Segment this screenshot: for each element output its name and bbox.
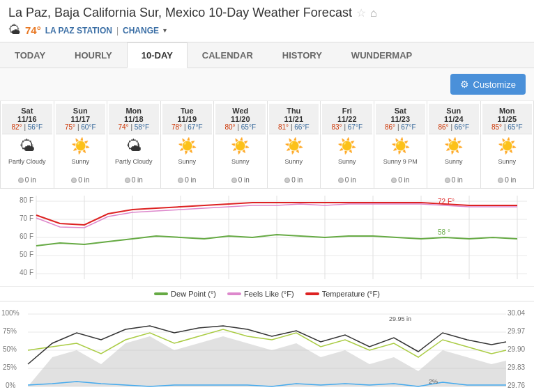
title-text: La Paz, Baja California Sur, Mexico 10-D… xyxy=(8,6,352,20)
day-name-2: Mon xyxy=(110,107,158,115)
tab-hourly[interactable]: HOURLY xyxy=(60,42,127,68)
day-name-8: Sun xyxy=(430,107,478,115)
day-header-4: Wed 11/20 80° | 65°F xyxy=(215,104,266,134)
day-condition-3: Sunny xyxy=(162,158,213,175)
day-temps-4: 80° | 65°F xyxy=(217,123,264,131)
day-precip-3: 0 in xyxy=(162,175,213,185)
day-icon-0: 🌤 xyxy=(2,134,52,158)
page-title: La Paz, Baja California Sur, Mexico 10-D… xyxy=(8,6,526,20)
day-precip-1: 0 in xyxy=(56,175,106,185)
tab-calendar[interactable]: CALENDAR xyxy=(188,42,268,68)
svg-text:80 F: 80 F xyxy=(20,196,33,204)
change-link[interactable]: CHANGE xyxy=(123,26,159,36)
day-icon-6: ☀️ xyxy=(322,134,372,158)
dew-point-color xyxy=(154,292,168,295)
day-col-3[interactable]: Tue 11/19 78° | 67°F ☀️ Sunny 0 in xyxy=(161,101,215,188)
day-condition-7: Sunny 9 PM xyxy=(376,158,426,175)
day-low-3: 67°F xyxy=(188,123,202,131)
svg-text:75%: 75% xyxy=(3,327,17,335)
day-low-2: 58°F xyxy=(135,123,149,131)
day-col-0[interactable]: Sat 11/16 82° | 56°F 🌤 Partly Cloudy 0 i… xyxy=(1,101,54,188)
svg-text:30.04: 30.04 xyxy=(508,309,525,317)
tab-today[interactable]: TODAY xyxy=(0,42,60,68)
day-col-7[interactable]: Sat 11/23 86° | 67°F ☀️ Sunny 9 PM 0 in xyxy=(374,101,428,188)
legend-dew-point: Dew Point (°) xyxy=(154,290,216,298)
lower-chart-wrapper: 100% 75% 50% 25% 0% 30.04 29.97 29.90 29… xyxy=(0,301,534,392)
day-temps-8: 86° | 66°F xyxy=(430,123,478,131)
home-icon[interactable]: ⌂ xyxy=(370,7,377,19)
temp-chart-svg: 80 F 70 F 60 F 50 F 40 F xyxy=(0,189,534,286)
gear-icon: ⚙ xyxy=(460,79,469,90)
day-col-8[interactable]: Sun 11/24 86° | 66°F ☀️ Sunny 0 in xyxy=(427,101,481,188)
day-date-1: 11/17 xyxy=(57,115,105,123)
day-name-0: Sat xyxy=(3,107,51,115)
lower-chart-svg: 100% 75% 50% 25% 0% 30.04 29.97 29.90 29… xyxy=(0,301,534,392)
day-col-1[interactable]: Sun 11/17 75° | 60°F ☀️ Sunny 0 in xyxy=(54,101,108,188)
day-header-7: Sat 11/23 86° | 67°F xyxy=(376,104,426,134)
precip-dot-8 xyxy=(445,178,450,183)
svg-text:29.95 in: 29.95 in xyxy=(389,315,411,322)
day-name-9: Mon xyxy=(484,107,531,115)
customize-button[interactable]: ⚙ Customize xyxy=(450,74,526,95)
day-temps-5: 81° | 66°F xyxy=(270,123,318,131)
days-grid: Sat 11/16 82° | 56°F 🌤 Partly Cloudy 0 i… xyxy=(0,101,534,188)
day-col-2[interactable]: Mon 11/18 74° | 58°F 🌤 Partly Cloudy 0 i… xyxy=(107,101,161,188)
star-icon[interactable]: ☆ xyxy=(356,6,366,19)
dew-point-label: Dew Point (°) xyxy=(171,290,216,298)
weather-icon: 🌤 xyxy=(8,23,21,38)
day-condition-4: Sunny xyxy=(215,158,266,175)
svg-text:50 F: 50 F xyxy=(20,251,33,258)
day-col-9[interactable]: Mon 11/25 85° | 65°F ☀️ Sunny 0 in xyxy=(481,101,535,188)
day-high-4: 80° xyxy=(224,123,235,131)
day-precip-7: 0 in xyxy=(376,175,426,185)
day-name-3: Tue xyxy=(164,107,211,115)
day-low-4: 65°F xyxy=(241,123,256,131)
separator: | xyxy=(116,26,119,36)
svg-text:70 F: 70 F xyxy=(20,214,33,222)
svg-text:25%: 25% xyxy=(3,363,17,371)
precip-dot-4 xyxy=(231,178,237,183)
day-low-9: 65°F xyxy=(508,123,522,131)
day-temps-7: 86° | 67°F xyxy=(377,123,425,131)
day-date-6: 11/22 xyxy=(323,115,371,123)
lower-chart: 100% 75% 50% 25% 0% 30.04 29.97 29.90 29… xyxy=(0,301,534,392)
day-condition-5: Sunny xyxy=(269,158,319,175)
svg-text:58 °: 58 ° xyxy=(438,228,450,236)
day-col-5[interactable]: Thu 11/21 81° | 66°F ☀️ Sunny 0 in xyxy=(268,101,321,188)
svg-text:100%: 100% xyxy=(1,309,20,317)
tab-wundermap[interactable]: WUNDERMAP xyxy=(337,42,427,68)
feels-like-label: Feels Like (°F) xyxy=(244,290,294,298)
day-name-5: Thu xyxy=(270,107,318,115)
day-col-6[interactable]: Fri 11/22 83° | 67°F ☀️ Sunny 0 in xyxy=(321,101,374,188)
day-temps-2: 74° | 58°F xyxy=(110,123,158,131)
day-low-5: 66°F xyxy=(294,123,309,131)
day-date-2: 11/18 xyxy=(110,115,158,123)
day-header-0: Sat 11/16 82° | 56°F xyxy=(2,104,52,134)
page-header: La Paz, Baja California Sur, Mexico 10-D… xyxy=(0,0,534,68)
day-condition-1: Sunny xyxy=(56,158,106,175)
day-date-7: 11/23 xyxy=(377,115,425,123)
precip-dot-3 xyxy=(178,178,183,183)
day-condition-8: Sunny xyxy=(429,158,479,175)
svg-text:29.83: 29.83 xyxy=(508,363,525,371)
day-header-2: Mon 11/18 74° | 58°F xyxy=(109,104,159,134)
day-date-3: 11/19 xyxy=(164,115,211,123)
day-high-7: 86° xyxy=(385,123,395,131)
day-icon-9: ☀️ xyxy=(482,134,533,158)
temp-display: 74° xyxy=(25,24,41,36)
tab-10day[interactable]: 10-DAY xyxy=(127,42,188,68)
day-high-1: 75° xyxy=(65,123,75,131)
day-col-4[interactable]: Wed 11/20 80° | 65°F ☀️ Sunny 0 in xyxy=(214,101,268,188)
precip-dot-5 xyxy=(284,178,290,183)
svg-text:29.90: 29.90 xyxy=(508,345,525,353)
day-low-8: 66°F xyxy=(455,123,469,131)
chevron-down-icon: ▾ xyxy=(163,26,167,34)
day-header-9: Mon 11/25 85° | 65°F xyxy=(482,104,533,134)
day-temps-0: 82° | 56°F xyxy=(3,123,51,131)
day-precip-8: 0 in xyxy=(429,175,479,185)
temp-chart-wrapper: 80 F 70 F 60 F 50 F 40 F xyxy=(0,189,534,286)
temperature-color xyxy=(305,292,319,295)
day-icon-2: 🌤 xyxy=(109,134,159,158)
tab-history[interactable]: HISTORY xyxy=(268,42,337,68)
toolbar: ⚙ Customize xyxy=(0,68,534,101)
